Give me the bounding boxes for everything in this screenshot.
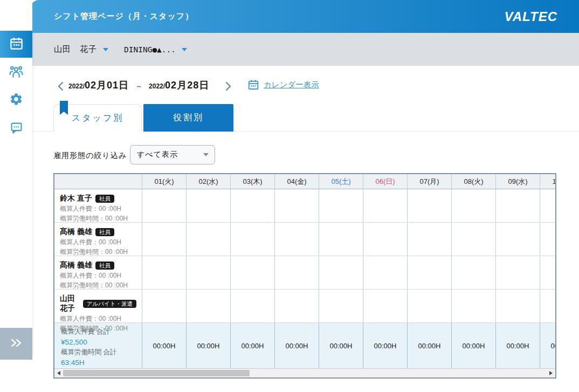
shift-cell[interactable] [540, 223, 555, 256]
total-hours-cell: 00:00H [363, 323, 408, 368]
store-selector[interactable]: DINING●▲... [124, 33, 187, 66]
day-header-sunday: 06(日) [363, 174, 408, 189]
staff-group-icon [9, 64, 24, 81]
shift-cell[interactable] [231, 189, 275, 222]
day-header: 03(木) [231, 174, 275, 189]
shift-cell[interactable] [363, 223, 408, 256]
shift-cell[interactable] [142, 256, 187, 289]
chevron-down-icon [203, 153, 209, 156]
double-chevron-right-icon [10, 338, 23, 350]
shift-cell[interactable] [408, 189, 452, 222]
sidebar-item-shift-calendar[interactable] [0, 31, 32, 58]
shift-cell[interactable] [408, 256, 452, 289]
day-header: 02(水) [187, 174, 231, 189]
totals-summary-cell: 概算人件費 合計 ¥52,500 概算労働時間 合計 63:45H [54, 323, 142, 368]
user-selector[interactable]: 山田 花子 [54, 33, 108, 66]
shift-cell[interactable] [408, 290, 452, 322]
estimated-hours: 概算労働時間：00 :00H [60, 281, 136, 290]
next-period-button[interactable] [223, 81, 233, 93]
shift-cell[interactable] [275, 223, 319, 256]
bookmark-icon [60, 101, 68, 115]
sidebar-item-staff[interactable] [0, 60, 32, 86]
employment-filter-select[interactable]: すべて表示 [130, 145, 215, 164]
chevron-right-icon [225, 81, 231, 93]
total-hours-cell: 00:00H [142, 323, 187, 368]
shift-cell[interactable] [142, 223, 187, 256]
total-hours-cell: 00:00H [540, 323, 555, 368]
chevron-down-icon [182, 48, 187, 51]
start-date: 02月01日 [85, 79, 129, 92]
sidebar-expand-button[interactable] [0, 328, 32, 360]
calendar-icon [9, 36, 24, 53]
shift-cell[interactable] [319, 223, 363, 256]
shift-cell[interactable] [452, 256, 496, 289]
sidebar-item-messages[interactable] [0, 115, 32, 141]
shift-cell[interactable] [540, 290, 555, 322]
selected-option: すべて表示 [137, 150, 178, 160]
horizontal-scrollbar[interactable] [54, 368, 555, 377]
scrollbar-thumb[interactable] [63, 370, 250, 376]
total-hours-cell: 00:00H [408, 323, 452, 368]
shift-cell[interactable] [142, 189, 187, 222]
employment-badge: 社員 [95, 262, 114, 270]
shift-cell[interactable] [231, 223, 275, 256]
scroll-left-arrow[interactable] [57, 371, 60, 375]
chat-icon [9, 120, 24, 137]
shift-cell[interactable] [187, 290, 231, 322]
calendar-view-link[interactable]: カレンダー表示 [264, 80, 319, 90]
shift-cell[interactable] [452, 290, 496, 322]
shift-cell[interactable] [452, 189, 496, 222]
shift-cell[interactable] [363, 290, 408, 322]
shift-cell[interactable] [408, 223, 452, 256]
shift-cell[interactable] [231, 256, 275, 289]
table-scroll-area: 01(火) 02(水) 03(木) 04(金) 05(土) 06(日) 07(月… [54, 174, 555, 368]
tab-staff-label: スタッフ別 [72, 113, 124, 124]
sidebar [0, 0, 32, 392]
scroll-right-arrow[interactable] [549, 371, 553, 375]
total-hours-cell: 00:00H [496, 323, 540, 368]
staff-name: 山田 花子 [60, 294, 80, 313]
estimated-cost: 概算人件費：00 :00H [60, 204, 136, 213]
totals-row: 概算人件費 合計 ¥52,500 概算労働時間 合計 63:45H 00:00H… [54, 323, 555, 368]
shift-cell[interactable] [540, 189, 555, 222]
day-header: 04(金) [275, 174, 319, 189]
shift-cell[interactable] [452, 223, 496, 256]
shift-cell[interactable] [142, 290, 187, 322]
shift-cell[interactable] [496, 223, 540, 256]
user-name: 山田 花子 [54, 44, 97, 54]
staff-name: 髙橋 義雄 [60, 227, 92, 237]
total-hours-cell: 00:00H [275, 323, 319, 368]
shift-cell[interactable] [275, 256, 319, 289]
tab-role[interactable]: 役割別 [143, 104, 233, 132]
tab-staff[interactable]: スタッフ別 [53, 104, 142, 132]
shift-cell[interactable] [363, 256, 408, 289]
prev-period-button[interactable] [55, 81, 66, 93]
total-cost-label: 概算人件費 合計 [61, 327, 135, 337]
user-bar: 山田 花子 DINING●▲... [32, 33, 579, 66]
end-year: 2022/ [149, 82, 165, 90]
shift-cell[interactable] [187, 189, 231, 222]
shift-cell[interactable] [363, 189, 408, 222]
shift-cell[interactable] [275, 189, 319, 222]
staff-cell: 髙橋 義雄 社員 概算人件費：00 :00H 概算労働時間：00 :00H [54, 256, 142, 289]
table-row: 髙橋 義雄 社員 概算人件費：00 :00H 概算労働時間：00 :00H [54, 223, 555, 256]
day-header: 01(火) [142, 174, 187, 189]
shift-cell[interactable] [319, 189, 363, 222]
shift-cell[interactable] [319, 256, 363, 289]
day-header: 09(水) [496, 174, 540, 189]
shift-cell[interactable] [275, 290, 319, 322]
shift-cell[interactable] [496, 290, 540, 322]
shift-cell[interactable] [231, 290, 275, 322]
employment-filter-label: 雇用形態の絞り込み [53, 151, 127, 161]
table-header-row: 01(火) 02(水) 03(木) 04(金) 05(土) 06(日) 07(月… [54, 174, 555, 189]
estimated-hours: 概算労働時間：00 :00H [60, 214, 136, 223]
shift-cell[interactable] [319, 290, 363, 322]
shift-cell[interactable] [187, 256, 231, 289]
sidebar-item-settings[interactable] [0, 87, 32, 113]
estimated-cost: 概算人件費：00 :00H [60, 238, 136, 246]
shift-cell[interactable] [540, 256, 555, 289]
shift-cell[interactable] [496, 189, 540, 222]
valtec-logo: VALTEC [505, 0, 557, 33]
shift-cell[interactable] [187, 223, 231, 256]
shift-cell[interactable] [496, 256, 540, 289]
